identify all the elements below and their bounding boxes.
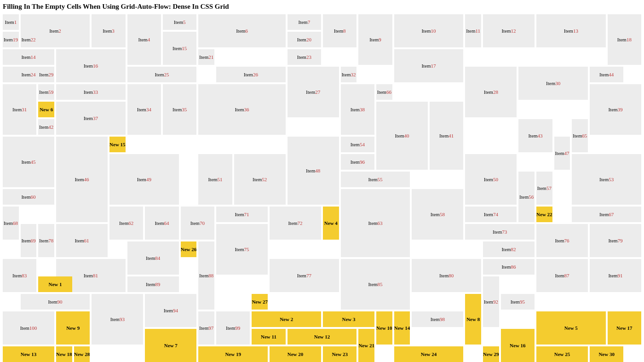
grid-item: Item 76 xyxy=(536,224,588,257)
grid-item: Item 39 xyxy=(590,84,641,135)
grid-item: Item 31 xyxy=(3,84,36,135)
new-item: New 8 xyxy=(465,294,481,345)
grid-item: Item 83 xyxy=(3,259,36,292)
grid-item: Item 97 xyxy=(198,311,214,345)
new-item: New 13 xyxy=(3,346,54,362)
grid-item: Item 30 xyxy=(518,67,588,100)
grid-item: Item 60 xyxy=(3,189,54,205)
grid-item: Item 5 xyxy=(163,14,196,30)
grid-item: Item 46 xyxy=(56,137,108,222)
grid-item: Item 33 xyxy=(56,84,126,100)
grid-item: Item 27 xyxy=(288,67,339,117)
grid-item: Item 40 xyxy=(376,102,428,170)
grid-item: Item 55 xyxy=(341,172,410,187)
grid-item: Item 79 xyxy=(590,224,641,257)
grid-item: Item 88 xyxy=(198,241,214,310)
grid-item: Item 48 xyxy=(288,137,339,205)
grid-item: Item 9 xyxy=(358,14,392,65)
grid-item: Item 87 xyxy=(536,259,588,292)
new-item: New 19 xyxy=(198,346,268,362)
grid-item: Item 52 xyxy=(234,154,286,205)
new-item: New 27 xyxy=(252,294,268,310)
grid-item: Item 92 xyxy=(483,276,499,327)
grid-item: Item 77 xyxy=(270,259,339,292)
new-item: New 17 xyxy=(608,311,641,345)
new-item: New 25 xyxy=(536,346,588,362)
grid-item: Item 12 xyxy=(483,14,535,47)
grid-item: Item 93 xyxy=(92,294,143,345)
grid-item: Item 85 xyxy=(341,259,410,310)
grid-item: Item 74 xyxy=(465,207,517,222)
grid-item: Item 3 xyxy=(92,14,125,47)
new-item: New 2 xyxy=(252,311,321,327)
grid-item: Item 35 xyxy=(163,84,196,135)
grid-item: Item 28 xyxy=(465,67,517,117)
grid-item: Item 71 xyxy=(216,207,268,222)
new-item: New 3 xyxy=(323,311,374,327)
grid-item: Item 10 xyxy=(394,14,464,47)
grid-item: Item 32 xyxy=(341,67,357,82)
grid-item: Item 49 xyxy=(109,154,179,205)
grid-item: Item 22 xyxy=(21,32,37,47)
grid-item: Item 45 xyxy=(3,137,54,187)
new-item: New 15 xyxy=(109,137,126,152)
grid-item: Item 73 xyxy=(465,224,535,240)
grid-item: Item 59 xyxy=(38,84,54,100)
grid-item: Item 84 xyxy=(127,241,179,275)
grid-item: Item 34 xyxy=(127,84,161,135)
grid-item: Item 99 xyxy=(216,311,250,345)
grid-item: Item 47 xyxy=(554,137,570,170)
new-item: New 4 xyxy=(323,207,339,240)
grid-item: Item 36 xyxy=(198,84,285,135)
grid-item: Item 38 xyxy=(341,84,374,135)
grid-item: Item 64 xyxy=(145,207,178,240)
grid-item: Item 94 xyxy=(145,294,196,327)
grid-item: Item 25 xyxy=(127,67,197,82)
grid-item: Item 21 xyxy=(198,49,214,65)
page-title: Filling In The Empty Cells When Using Gr… xyxy=(3,3,641,11)
grid-item: Item 16 xyxy=(56,49,126,82)
new-item: New 14 xyxy=(394,311,410,345)
grid-item: Item 53 xyxy=(572,154,641,205)
grid-item: Item 29 xyxy=(38,67,54,82)
grid-item: Item 37 xyxy=(56,102,126,135)
grid-item: Item 20 xyxy=(288,32,321,47)
grid-item: Item 80 xyxy=(412,259,481,292)
grid-item: Item 95 xyxy=(501,294,535,310)
grid-item: Item 13 xyxy=(536,14,606,47)
grid-item: Item 43 xyxy=(518,119,552,152)
grid-item: Item 56 xyxy=(518,172,535,222)
new-item: New 9 xyxy=(56,311,90,345)
grid-item: Item 70 xyxy=(181,207,214,240)
grid-item: Item 78 xyxy=(38,224,54,257)
grid-item: Item 41 xyxy=(430,102,463,170)
grid-item: Item 50 xyxy=(465,154,517,205)
grid-item: Item 100 xyxy=(3,311,54,345)
grid-item: Item 58 xyxy=(412,189,463,240)
new-item: New 1 xyxy=(38,276,72,292)
new-item: New 12 xyxy=(288,329,357,345)
css-grid-demo: Item 1Item 2Item 3Item 4Item 5Item 6Item… xyxy=(3,14,641,362)
grid-item: Item 54 xyxy=(341,137,374,152)
grid-item: Item 1 xyxy=(3,14,19,30)
grid-item: Item 6 xyxy=(198,14,285,47)
new-item: New 5 xyxy=(536,311,606,345)
grid-item: Item 4 xyxy=(127,14,161,65)
grid-item: Item 91 xyxy=(590,259,641,292)
new-item: New 22 xyxy=(536,207,552,222)
new-item: New 24 xyxy=(394,346,464,362)
grid-item: Item 14 xyxy=(3,49,54,65)
grid-item: Item 7 xyxy=(288,14,321,30)
grid-item: Item 63 xyxy=(341,189,410,257)
new-item: New 7 xyxy=(145,329,196,362)
grid-item: Item 90 xyxy=(21,294,90,310)
grid-item: Item 82 xyxy=(483,241,535,257)
grid-item: Item 11 xyxy=(465,14,481,47)
grid-item: Item 96 xyxy=(341,154,374,170)
grid-item: Item 72 xyxy=(270,207,321,240)
new-item: New 16 xyxy=(501,329,535,362)
grid-item: Item 66 xyxy=(376,84,392,100)
new-item: New 23 xyxy=(323,346,356,362)
grid-item: Item 57 xyxy=(536,172,552,205)
grid-item: Item 75 xyxy=(216,224,268,275)
